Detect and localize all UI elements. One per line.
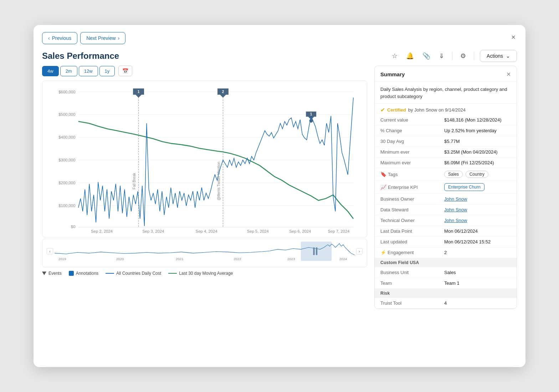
svg-text:2024: 2024 <box>339 257 347 261</box>
summary-panel: Summary ✕ Daily Sales Analysis by region… <box>374 66 517 309</box>
risk-section-header: Risk <box>375 289 517 298</box>
tag-sales[interactable]: Sales <box>444 171 463 178</box>
technical-owner-link[interactable]: John Snow <box>444 218 467 223</box>
tag-icon: 🔖 <box>380 171 386 177</box>
current-value-value: $148,316 (Mon 12/28/2024) <box>439 115 517 125</box>
svg-text:Sep 4, 2024: Sep 4, 2024 <box>196 229 217 233</box>
business-unit-value: Sales <box>439 267 517 278</box>
header-actions: ☆ 🔔 📎 ⇓ ⚙ Actions ⌄ <box>390 50 517 62</box>
table-row: % Change Up 2.52% from yesterday <box>375 125 517 136</box>
settings-icon-button[interactable]: ⚙ <box>458 51 468 61</box>
paperclip-icon-button[interactable]: 📎 <box>420 51 432 61</box>
pct-change-value: Up 2.52% from yesterday <box>439 125 517 136</box>
moving-avg-label: Last 30 day Moving Average <box>179 271 233 276</box>
header-row: Sales Performance ☆ 🔔 📎 ⇓ ⚙ Actions ⌄ <box>34 44 525 66</box>
main-modal: × ‹ Previous Next Preview › Sales Perfor… <box>34 25 525 367</box>
table-row: Maximum ever $6.09M (Fri 12/25/2024) <box>375 158 517 168</box>
engagement-value: 2 <box>439 247 517 258</box>
business-owner-label: Business Owner <box>375 194 439 205</box>
mini-chart-svg: 2019 2020 2021 2022 2023 2024 <box>55 241 355 261</box>
table-row: Minimum ever $3.25M (Mon 04/20/2024) <box>375 147 517 158</box>
star-icon-button[interactable]: ☆ <box>390 51 400 61</box>
custom-field-section-header: Custom Field USA <box>375 258 517 267</box>
svg-text:$500,000: $500,000 <box>58 112 75 117</box>
svg-text:2023: 2023 <box>287 257 295 261</box>
table-row: Truist Tool 4 <box>375 298 517 309</box>
events-icon <box>42 272 46 275</box>
annotations-icon <box>69 271 74 276</box>
data-steward-value: John Snow <box>439 205 517 215</box>
legend-moving-avg: Last 30 day Moving Average <box>168 271 233 276</box>
svg-text:$300,000: $300,000 <box>58 158 75 162</box>
calendar-button[interactable]: 📅 <box>118 66 132 76</box>
moving-avg-line-icon <box>168 273 177 274</box>
engagement-label: ⚡ Engagement <box>375 247 439 258</box>
previous-label: Previous <box>52 35 71 41</box>
content-area: 4w 2m 12w 1y 📅 $600,000 $500,000 $400,00… <box>34 66 525 318</box>
truist-tool-label: Truist Tool <box>375 298 439 309</box>
scroll-right-button[interactable]: › <box>356 248 363 254</box>
max-ever-value: $6.09M (Fri 12/25/2024) <box>439 158 517 168</box>
tags-value: Sales Country <box>439 168 517 181</box>
summary-close-button[interactable]: ✕ <box>506 71 511 78</box>
technical-owner-value: John Snow <box>439 215 517 226</box>
chart-section: 4w 2m 12w 1y 📅 $600,000 $500,000 $400,00… <box>42 66 374 309</box>
current-value-label: Current value <box>375 115 439 125</box>
annotations-label: Annotations <box>76 271 98 276</box>
team-label: Team <box>375 278 439 289</box>
custom-fields-table: Business Unit Sales Team Team 1 <box>375 267 517 289</box>
certified-label: Certified <box>387 107 406 113</box>
svg-text:Sep 3, 2024: Sep 3, 2024 <box>142 229 164 233</box>
summary-table: Current value $148,316 (Mon 12/28/2024) … <box>375 115 517 258</box>
daily-cost-line-icon <box>106 273 114 274</box>
next-preview-button[interactable]: Next Preview › <box>80 32 125 44</box>
modal-close-button[interactable]: × <box>510 32 517 42</box>
last-data-point-label: Last Data Point <box>375 226 439 237</box>
table-row: Business Unit Sales <box>375 267 517 278</box>
table-row: Last Data Point Mon 06/12/2024 <box>375 226 517 237</box>
pct-change-label: % Change <box>375 125 439 136</box>
daily-cost-label: All Countries Daily Cost <box>116 271 161 276</box>
bell-icon-button[interactable]: 🔔 <box>404 51 416 61</box>
legend-daily-cost: All Countries Daily Cost <box>106 271 161 276</box>
business-owner-value: John Snow <box>439 194 517 205</box>
kpi-value: Enterprise Churn <box>439 181 517 194</box>
certified-by-text: by John Snow on 9/14/2024 <box>408 107 466 113</box>
mini-chart-container: ‹ 2019 2020 2021 2022 2023 2024 <box>42 239 367 267</box>
kpi-icon: 📈 <box>380 184 386 190</box>
certified-check-icon: ✔ <box>380 107 385 113</box>
engagement-icon: ⚡ <box>380 250 386 255</box>
filter-2m[interactable]: 2m <box>60 66 77 76</box>
svg-text:$400,000: $400,000 <box>58 135 75 139</box>
last-data-point-value: Mon 06/12/2024 <box>439 226 517 237</box>
data-steward-link[interactable]: John Snow <box>444 207 467 212</box>
main-chart: $600,000 $500,000 $400,000 $300,000 $200… <box>42 81 367 237</box>
svg-text:Fall Break: Fall Break <box>132 172 136 189</box>
download-icon-button[interactable]: ⇓ <box>437 51 446 61</box>
business-unit-label: Business Unit <box>375 267 439 278</box>
legend-annotations: Annotations <box>69 271 98 276</box>
previous-button[interactable]: ‹ Previous <box>42 32 77 44</box>
page-title: Sales Performance <box>42 51 119 61</box>
filter-12w[interactable]: 12w <box>79 66 98 76</box>
risk-table: Truist Tool 4 <box>375 298 517 309</box>
table-row: Team Team 1 <box>375 278 517 289</box>
table-row: Last updated Mon 06/12/2024 15:52 <box>375 237 517 247</box>
30-day-avg-value: $5.77M <box>439 136 517 147</box>
tags-label: 🔖 Tags <box>375 168 439 181</box>
team-value: Team 1 <box>439 278 517 289</box>
min-ever-value: $3.25M (Mon 04/20/2024) <box>439 147 517 158</box>
kpi-pill[interactable]: Enterprise Churn <box>444 183 484 191</box>
business-owner-link[interactable]: John Snow <box>444 196 467 202</box>
actions-button[interactable]: Actions ⌄ <box>480 50 517 62</box>
svg-text:2021: 2021 <box>176 257 184 261</box>
last-updated-value: Mon 06/12/2024 15:52 <box>439 237 517 247</box>
summary-header: Summary ✕ <box>375 66 517 82</box>
table-row: 🔖 Tags Sales Country <box>375 168 517 181</box>
tag-country[interactable]: Country <box>466 171 488 178</box>
filter-4w[interactable]: 4w <box>42 66 59 76</box>
filter-1y[interactable]: 1y <box>99 66 115 76</box>
truist-tool-value: 4 <box>439 298 517 309</box>
scroll-left-button[interactable]: ‹ <box>47 248 53 254</box>
summary-title: Summary <box>380 71 405 77</box>
